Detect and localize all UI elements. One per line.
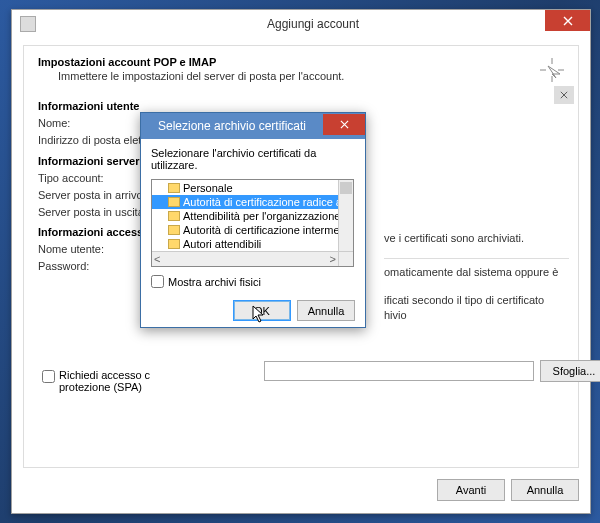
cancel-button[interactable]: Annulla — [511, 479, 579, 501]
spa-checkbox[interactable] — [42, 370, 55, 383]
store-path-input[interactable] — [264, 361, 534, 381]
right-fragment-text: ve i certificati sono archiviati. omatic… — [384, 231, 569, 336]
cert-title: Selezione archivio certificati — [141, 119, 323, 133]
section-subtitle: Immettere le impostazioni del server di … — [58, 70, 564, 82]
folder-icon — [168, 239, 180, 249]
close-icon — [340, 120, 349, 129]
cert-cancel-button[interactable]: Annulla — [297, 300, 355, 321]
tree-item-intermediate-ca[interactable]: Autorità di certificazione intermedie — [152, 223, 353, 237]
cert-close-button[interactable] — [323, 114, 365, 135]
cert-tree[interactable]: Personale Autorità di certificazione rad… — [151, 179, 354, 267]
cert-instruction: Selezionare l'archivio certificati da ut… — [151, 147, 355, 171]
show-physical-label: Mostra archivi fisici — [168, 276, 261, 288]
main-title: Aggiungi account — [36, 17, 590, 31]
folder-icon — [168, 211, 180, 221]
show-physical-checkbox[interactable] — [151, 275, 164, 288]
next-button[interactable]: Avanti — [437, 479, 505, 501]
tree-item-trusted-pub[interactable]: Autori attendibili — [152, 237, 353, 251]
main-close-button[interactable] — [545, 10, 590, 31]
section-title: Impostazioni account POP e IMAP — [38, 56, 564, 68]
wizard-cursor-decoration — [538, 56, 566, 84]
main-titlebar: Aggiungi account — [12, 10, 590, 38]
cert-store-dialog: Selezione archivio certificati Seleziona… — [140, 112, 366, 328]
close-icon — [563, 16, 573, 26]
ok-button[interactable]: OK — [233, 300, 291, 321]
spa-label: Richiedi accesso c protezione (SPA) — [59, 369, 150, 393]
show-physical-row[interactable]: Mostra archivi fisici — [151, 275, 355, 288]
browse-button[interactable]: Sfoglia... — [540, 360, 600, 382]
main-footer: Avanti Annulla — [23, 475, 579, 505]
cert-titlebar: Selezione archivio certificati — [141, 113, 365, 139]
group-user-info: Informazioni utente — [38, 100, 564, 112]
tree-item-root-ca[interactable]: Autorità di certificazione radice attend… — [152, 195, 353, 209]
folder-icon — [168, 225, 180, 235]
spa-checkbox-row[interactable]: Richiedi accesso c protezione (SPA) — [42, 369, 150, 393]
scroll-corner — [338, 251, 353, 266]
cert-body: Selezionare l'archivio certificati da ut… — [141, 139, 365, 329]
pane-close-button[interactable] — [554, 86, 574, 104]
app-icon — [20, 16, 36, 32]
tree-item-personale[interactable]: Personale — [152, 181, 353, 195]
tree-vertical-scrollbar[interactable] — [338, 180, 353, 252]
folder-icon — [168, 197, 180, 207]
tree-item-org-trust[interactable]: Attendibilità per l'organizzazione — [152, 209, 353, 223]
tree-horizontal-scrollbar[interactable]: <> — [152, 251, 338, 266]
folder-icon — [168, 183, 180, 193]
cert-button-row: OK Annulla — [151, 300, 355, 321]
